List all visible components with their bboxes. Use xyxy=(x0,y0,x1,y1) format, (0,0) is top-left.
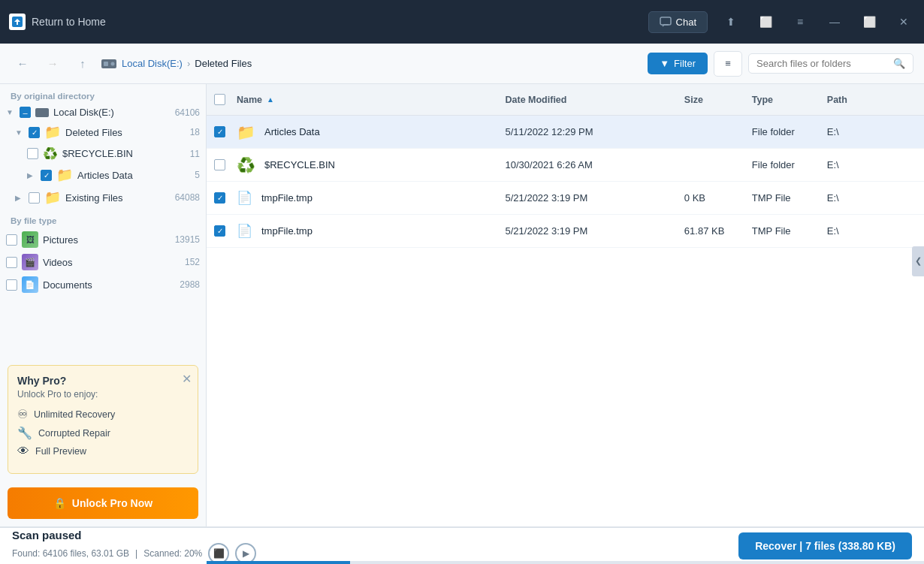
header-path[interactable]: Path xyxy=(827,95,916,105)
header-size[interactable]: Size xyxy=(684,95,752,105)
row-name-1: 📁 Articles Data xyxy=(237,123,506,141)
chevron-right-icon-2: ▶ xyxy=(15,194,24,202)
scan-status: Scan paused xyxy=(12,529,738,541)
section-filetype-label: By file type xyxy=(0,209,206,228)
share-button[interactable]: ⬆ xyxy=(720,11,742,33)
sidebar-item-articlesdata[interactable]: ▶ 📁 Articles Data 5 xyxy=(0,164,206,186)
up-button[interactable]: ↑ xyxy=(71,52,95,76)
checkbox-videos[interactable] xyxy=(6,257,17,268)
checkbox-all[interactable] xyxy=(214,94,225,105)
checkbox-row-4[interactable] xyxy=(214,225,225,237)
back-button[interactable]: ← xyxy=(11,52,35,76)
search-input[interactable] xyxy=(756,58,889,69)
sidebar-item-documents[interactable]: 📄 Documents 2988 xyxy=(0,273,206,296)
localdisk-label: Local Disk(E:) xyxy=(53,107,114,118)
pro-subtitle: Unlock Pro to enjoy: xyxy=(17,389,189,400)
breadcrumb-disk[interactable]: Local Disk(E:) xyxy=(122,58,183,69)
row-type-2: File folder xyxy=(752,159,827,170)
file-rows: 📁 Articles Data 5/11/2022 12:29 PM File … xyxy=(207,116,924,526)
header-name[interactable]: Name ▲ xyxy=(237,95,506,105)
file-panel-wrapper: Name ▲ Date Modified Size Type Path 📁 xyxy=(207,84,924,526)
title-bar-right: Chat ⬆ ⬜ ≡ — ⬜ ✕ xyxy=(648,11,915,33)
recyclebin-count: 11 xyxy=(190,149,200,159)
sidebar-item-deletedfiles[interactable]: ▼ 📁 Deleted Files 18 xyxy=(0,121,206,143)
view-menu-button[interactable]: ≡ xyxy=(714,51,742,77)
app-logo xyxy=(9,14,26,30)
row-check-1[interactable] xyxy=(214,126,237,137)
checkbox-row-3[interactable] xyxy=(214,192,225,204)
row-path-4: E:\ xyxy=(827,225,916,237)
row-path-1: E:\ xyxy=(827,126,916,137)
videos-icon: 🎬 xyxy=(22,254,38,270)
app-title: Return to Home xyxy=(32,16,106,28)
minimize-button[interactable]: — xyxy=(823,11,846,33)
sidebar-item-localdisk[interactable]: ▼ Local Disk(E:) 64106 xyxy=(0,104,206,121)
sidebar-item-pictures[interactable]: 🖼 Pictures 13915 xyxy=(0,228,206,251)
checkbox-row-1[interactable] xyxy=(214,126,225,137)
forward-button[interactable]: → xyxy=(41,52,65,76)
preview-label: Full Preview xyxy=(35,446,86,457)
progress-bar-fill xyxy=(207,561,350,564)
pro-close-button[interactable]: ✕ xyxy=(182,372,192,386)
sidebar-item-existingfiles[interactable]: ▶ 📁 Existing Files 64088 xyxy=(0,186,206,209)
checkbox-deletedfiles[interactable] xyxy=(29,127,40,138)
unlimited-icon: ♾ xyxy=(17,407,28,421)
header-check[interactable] xyxy=(214,94,237,105)
window-button[interactable]: ⬜ xyxy=(754,11,777,33)
chat-label: Chat xyxy=(676,17,696,28)
header-type[interactable]: Type xyxy=(752,95,827,105)
row-path-3: E:\ xyxy=(827,192,916,204)
row-name-4: 📄 tmpFile.tmp xyxy=(237,223,506,239)
maximize-button[interactable]: ⬜ xyxy=(858,11,880,33)
folder-icon-articles: 📁 xyxy=(56,167,73,183)
sidebar-item-videos[interactable]: 🎬 Videos 152 xyxy=(0,251,206,273)
sidebar-item-recyclebin[interactable]: ♻️ $RECYCLE.BIN 11 xyxy=(0,143,206,164)
table-row[interactable]: 📄 tmpFile.tmp 5/21/2022 3:19 PM 0 KB TMP… xyxy=(207,182,924,215)
collapse-handle[interactable]: ❮ xyxy=(912,246,924,276)
checkbox-row-2[interactable] xyxy=(214,159,225,170)
checkbox-documents[interactable] xyxy=(6,279,17,291)
header-date[interactable]: Date Modified xyxy=(506,95,684,105)
menu-button[interactable]: ≡ xyxy=(789,11,811,33)
status-bar-wrapper: Scan paused Found: 64106 files, 63.01 GB… xyxy=(0,526,924,564)
folder-icon-existing: 📁 xyxy=(44,189,61,206)
close-button[interactable]: ✕ xyxy=(892,11,915,33)
recycle-icon-row2: ♻️ xyxy=(237,156,255,174)
repair-icon: 🔧 xyxy=(17,426,32,440)
checkbox-existingfiles[interactable] xyxy=(29,192,40,204)
filter-button[interactable]: ▼ Filter xyxy=(648,53,708,74)
svg-rect-1 xyxy=(660,17,671,25)
table-row[interactable]: 📄 tmpFile.tmp 5/21/2022 3:19 PM 61.87 KB… xyxy=(207,215,924,248)
checkbox-recyclebin[interactable] xyxy=(27,148,38,159)
pro-feature-preview: 👁 Full Preview xyxy=(17,445,189,458)
unlock-pro-button[interactable]: 🔒 Unlock Pro Now xyxy=(8,487,198,519)
checkbox-localdisk[interactable] xyxy=(20,107,31,118)
pictures-label: Pictures xyxy=(43,234,78,246)
lock-icon: 🔒 xyxy=(53,497,66,509)
chat-button[interactable]: Chat xyxy=(648,11,708,33)
row-name-2: ♻️ $RECYCLE.BIN xyxy=(237,156,506,174)
videos-count: 152 xyxy=(185,257,200,267)
checkbox-articlesdata[interactable] xyxy=(41,170,52,181)
documents-count: 2988 xyxy=(180,279,200,290)
recover-button[interactable]: Recover | 7 files (338.80 KB) xyxy=(738,532,912,559)
filename-2: $RECYCLE.BIN xyxy=(264,159,335,170)
sort-icon: ▲ xyxy=(267,95,274,104)
row-date-1: 5/11/2022 12:29 PM xyxy=(506,126,684,137)
sidebar: By original directory ▼ Local Disk(E:) 6… xyxy=(0,84,207,526)
row-check-3[interactable] xyxy=(214,192,237,204)
pro-feature-repair: 🔧 Corrupted Repair xyxy=(17,426,189,440)
status-bar: Scan paused Found: 64106 files, 63.01 GB… xyxy=(0,526,924,564)
table-row[interactable]: 📁 Articles Data 5/11/2022 12:29 PM File … xyxy=(207,116,924,149)
row-date-3: 5/21/2022 3:19 PM xyxy=(506,192,684,204)
checkbox-pictures[interactable] xyxy=(6,234,17,246)
main-layout: By original directory ▼ Local Disk(E:) 6… xyxy=(0,84,924,526)
chevron-right-icon: ▶ xyxy=(27,171,36,179)
disk-item-icon xyxy=(35,108,49,117)
table-row[interactable]: ♻️ $RECYCLE.BIN 10/30/2021 6:26 AM File … xyxy=(207,149,924,182)
row-check-4[interactable] xyxy=(214,225,237,237)
row-date-2: 10/30/2021 6:26 AM xyxy=(506,159,684,170)
row-check-2[interactable] xyxy=(214,159,237,170)
filter-icon: ▼ xyxy=(660,58,669,69)
search-icon: 🔍 xyxy=(893,58,905,69)
